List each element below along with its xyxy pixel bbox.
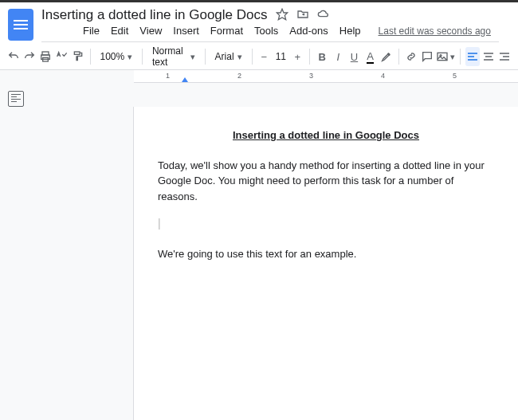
menu-addons[interactable]: Add-ons	[289, 25, 328, 37]
link-button[interactable]	[404, 47, 418, 66]
outline-pane	[0, 107, 134, 420]
ruler-tick: 4	[381, 72, 385, 80]
bold-button[interactable]: B	[315, 47, 329, 66]
toolbar: 100%▾ Normal text▾ Arial▾ − 11 + B I U A…	[0, 44, 518, 70]
menu-tools[interactable]: Tools	[254, 25, 278, 37]
outline-toggle-icon[interactable]	[8, 91, 24, 107]
document-title[interactable]: Inserting a dotted line in Google Docs	[41, 7, 268, 23]
page-heading[interactable]: Inserting a dotted line in Google Docs	[158, 128, 494, 143]
menu-help[interactable]: Help	[339, 25, 361, 37]
paragraph[interactable]: We're going to use this text for an exam…	[158, 246, 494, 262]
text-color-button[interactable]: A	[363, 47, 378, 66]
svg-rect-4	[74, 52, 80, 54]
align-right-button[interactable]	[497, 47, 512, 66]
redo-button[interactable]	[22, 47, 37, 66]
ruler-tick: 3	[309, 72, 313, 80]
comment-button[interactable]	[420, 47, 434, 66]
left-indent-marker[interactable]	[182, 77, 188, 82]
cloud-status-icon[interactable]	[317, 8, 330, 23]
fontsize-increase-button[interactable]: +	[290, 47, 304, 66]
spellcheck-button[interactable]	[54, 47, 69, 66]
text-cursor: |	[158, 215, 494, 232]
align-center-button[interactable]	[481, 47, 496, 66]
document-page[interactable]: Inserting a dotted line in Google Docs T…	[134, 107, 518, 420]
print-button[interactable]	[38, 47, 53, 66]
menu-file[interactable]: File	[83, 25, 100, 37]
horizontal-ruler[interactable]: 1 2 3 4 5	[134, 70, 518, 83]
fontsize-value[interactable]: 11	[271, 51, 290, 62]
move-folder-icon[interactable]	[296, 8, 309, 23]
ruler-tick: 2	[237, 72, 241, 80]
italic-button[interactable]: I	[331, 47, 345, 66]
fontsize-decrease-button[interactable]: −	[257, 47, 271, 66]
font-select[interactable]: Arial▾	[210, 47, 247, 66]
underline-button[interactable]: U	[347, 47, 361, 66]
svg-marker-0	[277, 9, 287, 19]
menu-view[interactable]: View	[139, 25, 162, 37]
last-edit-link[interactable]: Last edit was seconds ago	[379, 26, 491, 37]
style-select[interactable]: Normal text▾	[147, 47, 200, 66]
image-button[interactable]: ▾	[436, 47, 455, 66]
menu-format[interactable]: Format	[210, 25, 243, 37]
align-left-button[interactable]	[465, 47, 480, 66]
highlight-button[interactable]	[379, 47, 394, 66]
star-icon[interactable]	[276, 8, 288, 23]
menu-insert[interactable]: Insert	[173, 25, 199, 37]
ruler-tick: 1	[166, 72, 170, 80]
docs-logo-icon[interactable]	[8, 9, 33, 41]
paragraph[interactable]: Today, we'll show you a handy method for…	[158, 158, 494, 205]
paint-format-button[interactable]	[71, 47, 85, 66]
ruler-tick: 5	[453, 72, 457, 80]
menu-edit[interactable]: Edit	[111, 25, 128, 37]
zoom-select[interactable]: 100%▾	[95, 47, 137, 66]
undo-button[interactable]	[6, 47, 21, 66]
